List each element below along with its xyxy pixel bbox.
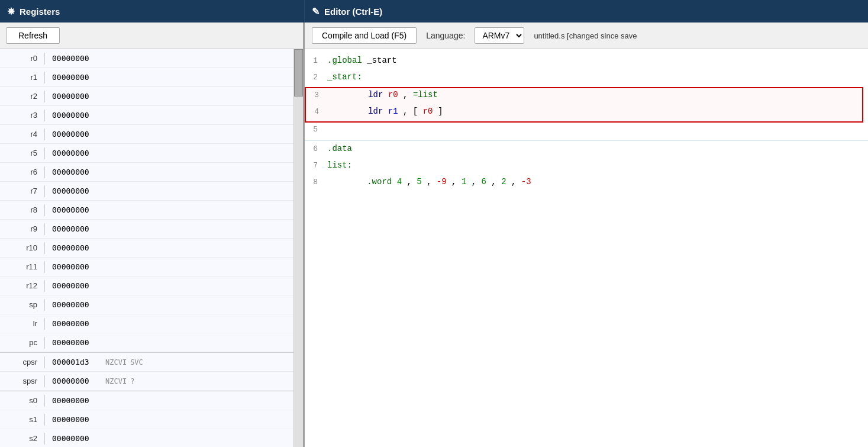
reg-name-r5: r5: [0, 149, 44, 157]
reg-row-r7: r7 00000000: [0, 182, 293, 201]
reg-row-spsr: spsr 00000000 NZCVI ?: [0, 372, 293, 391]
compile-button[interactable]: Compile and Load (F5): [312, 27, 417, 44]
reg-name-r7: r7: [0, 186, 44, 195]
code-text: ,: [406, 177, 417, 186]
line-num-3: 3: [311, 89, 328, 102]
label-list: list:: [327, 160, 352, 170]
reg-value-cpsr: 000001d3: [45, 358, 98, 366]
code-line-5: 5: [305, 123, 868, 139]
label-ref-list: =list: [413, 90, 438, 99]
registers-scrollbar[interactable]: [293, 49, 303, 447]
reg-row-lr: lr 00000000: [0, 314, 293, 333]
reg-value-r1: 00000000: [45, 73, 98, 82]
num-2: 2: [501, 177, 506, 186]
code-text: ,: [451, 177, 462, 186]
reg-row-r2: r2 00000000: [0, 87, 293, 106]
code-text: ,: [403, 90, 413, 99]
reg-value-r6: 00000000: [45, 168, 98, 176]
editor-header: ✎ Editor (Ctrl-E): [305, 6, 868, 17]
code-line-1: 1 .global _start: [305, 54, 868, 70]
num-5: 5: [417, 177, 421, 186]
reg-name-r12: r12: [0, 281, 44, 290]
reg-value-s2: 00000000: [45, 434, 98, 443]
reg-r1-ref: r1: [388, 107, 398, 116]
code-line-3: 3 ldr r0 , =list: [306, 88, 862, 105]
reg-name-pc: pc: [0, 338, 44, 347]
code-line-7: 7 list:: [305, 159, 868, 175]
registers-toolbar: Refresh: [0, 22, 303, 49]
main-content: Refresh r0 00000000 r1 00000000: [0, 22, 868, 447]
line-num-1: 1: [309, 54, 327, 67]
reg-row-r8: r8 00000000: [0, 201, 293, 220]
reg-row-r10: r10 00000000: [0, 239, 293, 258]
reg-value-pc: 00000000: [45, 338, 98, 347]
reg-value-r10: 00000000: [45, 243, 98, 252]
reg-name-r4: r4: [0, 130, 44, 139]
reg-row-r12: r12 00000000: [0, 276, 293, 295]
reg-name-r9: r9: [0, 224, 44, 233]
reg-value-r3: 00000000: [45, 111, 98, 120]
reg-row-s0: s0 00000000: [0, 391, 293, 410]
reg-flags-cpsr: NZCVI: [98, 358, 127, 366]
reg-r0-ref: r0: [388, 90, 398, 99]
line-num-6: 6: [309, 143, 327, 156]
code-text: ,: [511, 177, 521, 186]
reg-name-s2: s2: [0, 434, 44, 443]
registers-icon: ✵: [7, 6, 15, 17]
num-neg9: -9: [437, 177, 447, 186]
line-num-7: 7: [309, 159, 327, 172]
reg-name-sp: sp: [0, 300, 44, 309]
line-num-5: 5: [309, 123, 327, 136]
float-registers-section: s0 00000000 s1 00000000 s2 00000000: [0, 391, 293, 447]
reg-row-cpsr: cpsr 000001d3 NZCVI SVC: [0, 353, 293, 372]
registers-table: r0 00000000 r1 00000000 r2 00000000: [0, 49, 293, 447]
num-4: 4: [397, 177, 402, 186]
line-content-2: _start:: [327, 70, 863, 85]
reg-value-r9: 00000000: [45, 224, 98, 233]
reg-row-r5: r5 00000000: [0, 144, 293, 163]
language-select[interactable]: ARMv7 ARMv8: [475, 27, 524, 44]
reg-value-sp: 00000000: [45, 300, 98, 309]
code-text: ,: [472, 177, 482, 186]
reg-value-r7: 00000000: [45, 186, 98, 195]
instr-ldr-2: ldr: [368, 107, 383, 116]
registers-title: Registers: [20, 7, 60, 17]
reg-row-r3: r3 00000000: [0, 106, 293, 125]
line-content-7: list:: [327, 159, 863, 173]
reg-row-r9: r9 00000000: [0, 220, 293, 239]
reg-row-pc: pc 00000000: [0, 333, 293, 352]
directive-data: .data: [327, 144, 352, 153]
reg-name-r0: r0: [0, 54, 44, 63]
code-text: , [: [403, 107, 418, 116]
header-bar: ✵ Registers ✎ Editor (Ctrl-E): [0, 0, 868, 22]
general-registers-section: r0 00000000 r1 00000000 r2 00000000: [0, 49, 293, 353]
editor-panel: Compile and Load (F5) Language: ARMv7 AR…: [305, 22, 868, 447]
line-content-4: ldr r1 , [ r0 ]: [328, 105, 857, 119]
num-6: 6: [482, 177, 486, 186]
reg-name-r6: r6: [0, 168, 44, 176]
registers-header: ✵ Registers: [0, 0, 305, 22]
instr-ldr-1: ldr: [368, 90, 383, 99]
code-line-4: 4 ldr r1 , [ r0 ]: [306, 105, 862, 121]
reg-flags-spsr: NZCVI: [98, 377, 127, 385]
refresh-button[interactable]: Refresh: [6, 27, 60, 44]
reg-value-r4: 00000000: [45, 130, 98, 139]
language-label: Language:: [426, 31, 465, 40]
line-num-4: 4: [311, 105, 328, 118]
code-editor[interactable]: 1 .global _start 2 _start: 3: [305, 49, 868, 447]
reg-value-lr: 00000000: [45, 319, 98, 328]
reg-name-r8: r8: [0, 205, 44, 214]
reg-row-r4: r4 00000000: [0, 125, 293, 144]
reg-value-spsr: 00000000: [45, 377, 98, 385]
line-content-5: [327, 123, 863, 137]
status-registers-section: cpsr 000001d3 NZCVI SVC spsr 00000000 NZ…: [0, 353, 293, 391]
code-text: ,: [427, 177, 437, 186]
reg-value-r11: 00000000: [45, 262, 98, 271]
reg-name-lr: lr: [0, 319, 44, 328]
code-text: ]: [438, 107, 443, 116]
num-neg3: -3: [521, 177, 531, 186]
code-text: ,: [491, 177, 501, 186]
reg-value-r8: 00000000: [45, 205, 98, 214]
num-1: 1: [462, 177, 466, 186]
reg-name-r2: r2: [0, 92, 44, 101]
